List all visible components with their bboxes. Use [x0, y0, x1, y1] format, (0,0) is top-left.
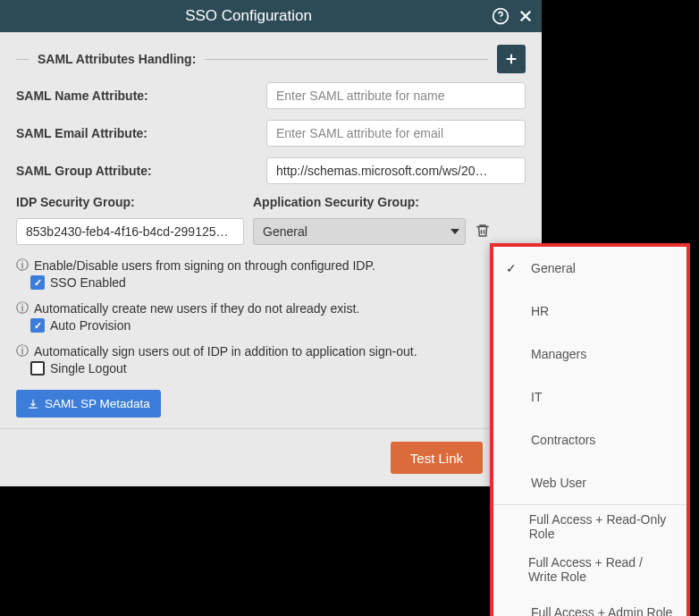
app-group-dropdown[interactable]: General — [253, 218, 466, 245]
dropdown-item-full-admin[interactable]: Full Access + Admin Role — [493, 591, 686, 616]
slo-desc: Automatically sign users out of IDP in a… — [34, 344, 417, 359]
auto-provision-label: Auto Provision — [50, 318, 131, 333]
check-icon: ✓ — [506, 261, 522, 275]
sso-enabled-checkbox[interactable] — [30, 275, 45, 290]
modal-body: SAML Attributes Handling: SAML Name Attr… — [0, 32, 542, 428]
modal-header: SSO Configuration — [0, 0, 542, 32]
app-group-label: Application Security Group: — [253, 195, 419, 209]
app-group-dropdown-panel: ✓ General HR Managers IT Contractors Web… — [490, 243, 690, 616]
group-attr-label: SAML Group Attribute: — [16, 164, 266, 178]
meta-btn-label: SAML SP Metadata — [45, 397, 150, 410]
dropdown-item-hr[interactable]: HR — [493, 290, 686, 333]
dropdown-item-it[interactable]: IT — [493, 376, 686, 418]
modal-footer: Test Link S — [0, 428, 542, 486]
add-attribute-button[interactable] — [497, 45, 526, 73]
svg-point-1 — [500, 20, 501, 21]
sso-desc: Enable/Disable users from signing on thr… — [34, 258, 375, 273]
section-header: SAML Attributes Handling: — [16, 45, 526, 73]
name-attr-input[interactable] — [266, 82, 526, 109]
sso-config-modal: SSO Configuration SAML Attributes Handli… — [0, 0, 542, 486]
info-icon: ⓘ — [16, 300, 30, 316]
section-title: SAML Attributes Handling: — [38, 52, 196, 66]
group-attr-input[interactable] — [266, 157, 526, 184]
dropdown-item-web-user[interactable]: Web User — [493, 461, 686, 504]
dropdown-item-full-readonly[interactable]: Full Access + Read-Only Role — [493, 505, 686, 548]
delete-mapping-button[interactable] — [475, 223, 493, 240]
auto-provision-checkbox[interactable] — [30, 318, 45, 333]
dropdown-item-managers[interactable]: Managers — [493, 333, 686, 376]
modal-title: SSO Configuration — [9, 7, 488, 25]
autoprov-desc: Automatically create new users if they d… — [34, 301, 359, 316]
help-icon[interactable] — [488, 4, 513, 29]
dropdown-item-general[interactable]: ✓ General — [493, 247, 686, 290]
email-attr-label: SAML Email Attribute: — [16, 126, 266, 140]
saml-metadata-button[interactable]: SAML SP Metadata — [16, 390, 161, 418]
info-icon: ⓘ — [16, 343, 30, 359]
email-attr-input[interactable] — [266, 120, 526, 147]
dropdown-item-full-readwrite[interactable]: Full Access + Read / Write Role — [493, 548, 686, 591]
dropdown-selected-text: General — [263, 224, 451, 239]
single-logout-label: Single Logout — [50, 361, 127, 376]
name-attr-label: SAML Name Attribute: — [16, 89, 266, 103]
test-link-button[interactable]: Test Link — [391, 442, 483, 474]
sso-enabled-label: SSO Enabled — [50, 275, 126, 290]
chevron-down-icon — [451, 229, 459, 234]
info-icon: ⓘ — [16, 257, 30, 274]
close-icon[interactable] — [513, 4, 538, 29]
idp-group-input[interactable] — [16, 218, 244, 245]
idp-group-label: IDP Security Group: — [16, 195, 253, 209]
dropdown-item-contractors[interactable]: Contractors — [493, 418, 686, 461]
single-logout-checkbox[interactable] — [30, 361, 45, 376]
